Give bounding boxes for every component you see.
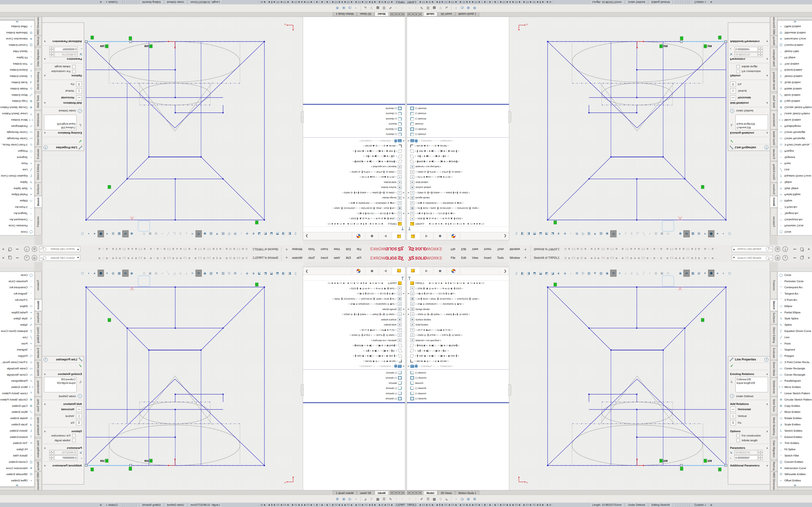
view-tool-icon[interactable]: ◩ — [262, 231, 268, 237]
annotation-tool-icon[interactable]: ☰ — [425, 6, 431, 10]
view-tool-icon[interactable]: ▯ — [293, 270, 298, 276]
tree-row[interactable]: ○ ·◎╋ ○ ⊛ ◉[ ○ ◦ ○ ]◉ ⊛ ○ ╋◎· ○ — [407, 348, 509, 353]
collapse-icon[interactable]: ∧ — [766, 403, 768, 405]
tab-features[interactable]: Features — [34, 272, 42, 299]
view-tool-icon[interactable]: ◍ — [653, 231, 659, 237]
dimension-109-right[interactable]: = 109 — [704, 44, 712, 48]
tree-row[interactable]: ○ ╋ИN◎♟+○ ⊛ ◉[ ○ ◦ ○ ]◉ ⊛ ○+♟◎NИ╋ ○ — [407, 343, 509, 348]
view-tool-icon[interactable]: ∠ — [629, 270, 635, 276]
search-dropdown-icon[interactable]: ▾ — [40, 257, 42, 259]
tab-displaymanager[interactable] — [447, 268, 460, 274]
tab-sheet-metal[interactable]: Sheet Metal — [770, 360, 778, 377]
tree-row[interactable]: ▶A○ 2ƼИN ◎◦ ╋ ᴀ ╋ ◎ИNᴀ ○ ◦ ○ ᴀNИ◎ ╋ ᴀ ╋ … — [407, 312, 509, 317]
close-button[interactable]: × — [808, 257, 810, 259]
expand-arrow-icon[interactable]: ▶ — [408, 213, 410, 215]
tool-3-point-center-recta-[interactable]: ◇3 Point Center Recta... — [0, 142, 34, 148]
relation-badge-top[interactable]: ▱ — [554, 221, 557, 224]
add-relation-vertical[interactable]: |Vertical — [42, 88, 84, 95]
tool-3-point-arc[interactable]: ⌒3 Point Arc — [778, 297, 812, 303]
tool-3-point-arc[interactable]: ⌒3 Point Arc — [0, 297, 34, 303]
expand-icon[interactable]: ∨ — [766, 464, 768, 467]
tree-row-sketch[interactable]: (-) Sketch5 — [407, 116, 509, 122]
panel-splitter-handle[interactable] — [301, 384, 304, 396]
view-tool-icon[interactable]: ◺ — [171, 231, 177, 237]
view-tool-icon[interactable]: ▯ — [293, 231, 298, 237]
tool-rotate-entities[interactable]: ◇Rotate Entities — [778, 415, 812, 421]
display-style-icon[interactable]: ◍ — [110, 231, 116, 237]
tool-linear-sketch-pattern[interactable]: ⠛Linear Sketch Pattern — [0, 390, 34, 396]
solidworks-resource-icon[interactable]: ⬙ — [98, 503, 102, 507]
tool-equation-driven-curve[interactable]: ƒEquation Driven Curve — [778, 173, 812, 179]
view-tool-icon[interactable]: ⬒ — [274, 231, 280, 237]
tree-row[interactable]: ○ ╋ИN◎♟+○ ⊛ ◉[ ○ ◦ ○ ]◉ ⊛ ○+♟◎NИ╋ ○ — [303, 159, 405, 164]
view-tool-icon[interactable]: ◪ — [256, 270, 262, 276]
quick-access-toolbar[interactable]: ⊞ ◉ Ɛ3 ◉ Ш ◉ ◦ ◉ ╋ ◉ ƆC ◉ Ɛ3 ◉ · ◉ 2Ƽ ◉ … — [564, 257, 730, 259]
tool-mirror-entities[interactable]: ⊦⊣Mirror Entities — [0, 117, 34, 123]
menu-tools[interactable]: Tools — [494, 246, 507, 252]
tool-intersection-curve[interactable]: ≋Intersection Curve — [778, 465, 812, 471]
annotation-tool-icon[interactable]: ◔ — [353, 6, 359, 10]
tool-intersection-curve[interactable]: ≋Intersection Curve — [0, 36, 34, 42]
tree-row-sketch[interactable]: (-) Sketch1 — [407, 370, 509, 376]
tool-polygon[interactable]: ⬡Polygon — [0, 353, 34, 359]
tab-sheet-metal[interactable]: Sheet Metal — [34, 130, 42, 147]
search-dropdown-icon[interactable]: ▾ — [40, 248, 42, 250]
tool-equation-driven-curve[interactable]: ƒEquation Driven Curve — [0, 328, 34, 334]
annotation-tool-icon[interactable]: ◷ — [459, 6, 465, 10]
add-relation-horizontal[interactable]: —Horizontal — [728, 406, 770, 412]
menu-window[interactable]: Window — [289, 246, 305, 252]
collapse-icon[interactable]: ∧ — [44, 102, 46, 105]
tab-direct-editing[interactable]: Direct Editing — [770, 161, 778, 182]
option-infinite-length[interactable]: Infinite length — [42, 438, 84, 443]
tab-surfaces[interactable]: Surfaces — [34, 183, 42, 196]
tree-row-sketch[interactable]: Sketch3 — [407, 121, 509, 127]
view-tool-icon[interactable]: ◪ — [550, 231, 556, 237]
help-icon[interactable]: ? — [24, 246, 30, 252]
tree-row[interactable]: ○ ИN◦9ᴇ◦♟ ◎ ○ ◦ ○ ◎ ♟◦ᴇ9◦NИ ○ — [407, 358, 509, 364]
tree-row[interactable]: TЯPDL2.◉ Ɛ3 ◉ Ш ◉ ◦ ◉ ╋ ◉ ƆC ◉ Ɛ3 ◉ · ◉ … — [303, 221, 405, 227]
expand-icon[interactable]: ∨ — [44, 40, 46, 43]
tab-sketch[interactable]: Sketch — [770, 196, 778, 208]
tab-motion-study-1[interactable]: Motion Study 1 — [455, 12, 479, 16]
section-parameters[interactable]: Parameters∧ — [42, 57, 84, 62]
view-tool-icon[interactable]: ∅ — [226, 270, 232, 276]
tab-scroll-button[interactable]: ◀ — [398, 491, 401, 495]
help-icon[interactable]: ? — [44, 357, 48, 362]
tab-configurations[interactable]: ⊩ — [420, 268, 434, 274]
view-tool-icon[interactable]: ⬖ — [250, 270, 256, 276]
tool-fit-spline[interactable]: ◟Fit Spline — [778, 446, 812, 452]
menu-window[interactable]: Window — [507, 255, 523, 261]
view-tool-icon[interactable]: ⌁ — [159, 231, 165, 237]
tool-spline[interactable]: ∿Spline — [778, 322, 812, 328]
tool-extend-entities[interactable]: ⊤Extend Entities — [0, 434, 34, 440]
add-relation-horizontal[interactable]: —Horizontal — [42, 95, 84, 101]
view-tool-icon[interactable]: ⌁ — [647, 231, 653, 237]
restore-button[interactable] — [9, 257, 12, 259]
relation-badge-top[interactable]: ▱ — [255, 221, 258, 224]
display-style-icon[interactable]: ◐ — [721, 270, 726, 276]
solidworks-resource-icon[interactable]: ⬙ — [710, 0, 714, 4]
tab-mbd-dimensions[interactable]: MBD Dimensions — [770, 14, 778, 36]
view-tool-icon[interactable]: ◺ — [171, 270, 177, 276]
collapse-icon[interactable]: ∧ — [766, 373, 768, 376]
tool-circle[interactable]: ◯Circle — [0, 229, 34, 235]
menu-window[interactable]: Window — [289, 255, 305, 261]
tab-scroll-button[interactable]: |◀ — [407, 491, 411, 495]
tab-3d-views[interactable]: 3D Views — [438, 491, 455, 495]
view-tool-icon[interactable]: ↓ — [238, 231, 244, 237]
menu-insert[interactable]: Insert — [481, 246, 494, 252]
relation-badge-diagonal[interactable]: ▱ — [701, 318, 704, 322]
help-icon[interactable]: ? — [764, 146, 768, 150]
view-tool-icon[interactable]: ⊥ — [184, 231, 189, 237]
tool-copy-entities[interactable]: ⧉Copy Entities — [778, 98, 812, 104]
option-infinite-length[interactable]: Infinite length — [42, 64, 84, 69]
length-input[interactable] — [734, 450, 758, 455]
display-style-icon[interactable]: ● — [92, 270, 97, 276]
collapse-icon[interactable]: ∧ — [44, 403, 46, 405]
tab-sketch[interactable]: Sketch — [34, 299, 42, 311]
tool-point[interactable]: ▪Point — [778, 340, 812, 347]
tool-mirror-entities[interactable]: ⊦⊣Mirror Entities — [0, 384, 34, 390]
tool-sketch-fillet[interactable]: ◜Sketch Fillet — [0, 48, 34, 55]
view-tool-icon[interactable]: ∠ — [177, 270, 183, 276]
view-tool-icon[interactable]: ↓ — [568, 270, 574, 276]
